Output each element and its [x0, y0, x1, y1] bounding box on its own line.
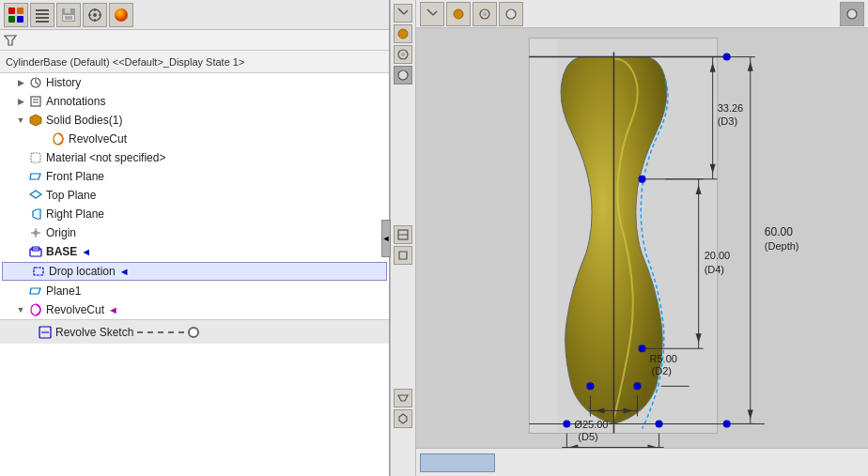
toolbar-btn-target[interactable]	[83, 3, 107, 27]
vp-btn-8[interactable]	[394, 409, 412, 428]
solid-bodies-label: Solid Bodies(1)	[46, 114, 122, 127]
svg-point-55	[454, 9, 463, 19]
front-plane-icon	[28, 169, 43, 184]
vp-btn-2[interactable]	[394, 24, 412, 43]
svg-line-54	[433, 11, 437, 15]
svg-marker-52	[399, 414, 407, 423]
vp-btn-1[interactable]	[394, 4, 412, 23]
base-label: BASE	[46, 245, 77, 258]
tree-item-revolvecut[interactable]: ▼ RevolveCut ◄	[0, 300, 389, 319]
vp-toolbar-btn4[interactable]	[499, 2, 523, 26]
toolbar-btn-sphere[interactable]	[109, 3, 133, 27]
svg-marker-19	[5, 36, 16, 45]
vp-toolbar-btn3[interactable]	[473, 2, 497, 26]
revolvecut-arrow: ◄	[108, 304, 118, 315]
vp-bottom-box[interactable]	[420, 453, 495, 472]
svg-text:Ø25.00: Ø25.00	[574, 419, 608, 430]
tree-item-top-plane[interactable]: ▶ Top Plane	[0, 186, 389, 205]
svg-line-43	[404, 10, 408, 14]
material-label: Material <not specified>	[46, 151, 165, 164]
tree-item-solid-bodies[interactable]: ▼ Solid Bodies(1)	[0, 111, 389, 130]
svg-rect-11	[65, 16, 72, 20]
expand-history[interactable]: ▶	[15, 77, 26, 88]
tree-item-origin[interactable]: ▶ Origin	[0, 223, 389, 242]
svg-point-58	[506, 9, 516, 19]
tree-item-revolvecut-body[interactable]: ▶ RevolveCut	[0, 130, 389, 148]
svg-marker-30	[30, 191, 41, 198]
right-plane-icon	[28, 207, 43, 222]
svg-point-46	[401, 53, 405, 56]
drop-location-label: Drop location	[49, 265, 116, 278]
svg-rect-3	[17, 16, 23, 23]
revolve-sketch-label: Revolve Sketch	[55, 326, 133, 339]
vp-toolbar-btn5[interactable]	[840, 2, 864, 26]
tree-item-material[interactable]: ▶ Material <not specified>	[0, 148, 389, 167]
svg-line-42	[398, 8, 404, 14]
svg-text:(D5): (D5)	[578, 431, 597, 442]
expand-solid-bodies[interactable]: ▼	[15, 115, 26, 126]
middle-toolbar	[390, 0, 416, 476]
tree-item-front-plane[interactable]: ▶ Front Plane	[0, 167, 389, 186]
vp-toolbar-btn1[interactable]	[420, 2, 444, 26]
svg-point-94	[633, 382, 641, 390]
tree-item-right-plane[interactable]: ▶ Right Plane	[0, 205, 389, 223]
tree-item-history[interactable]: ▶ History	[0, 73, 389, 92]
tree-item-base[interactable]: ▶ BASE ◄	[0, 242, 389, 261]
history-icon	[28, 75, 43, 90]
svg-line-53	[427, 9, 433, 15]
right-plane-label: Right Plane	[46, 207, 104, 221]
tree-item-drop-location[interactable]: ▶ Drop location ◄	[2, 262, 387, 281]
filter-bar	[0, 30, 389, 51]
toolbar-btn-menu[interactable]	[30, 3, 54, 27]
expand-revolvecut[interactable]: ▼	[15, 304, 26, 315]
base-icon	[28, 244, 43, 259]
model-canvas: 60.00 (Depth) 33.26 (D3) 20.00 (D4)	[416, 28, 868, 448]
svg-rect-1	[17, 8, 23, 14]
tree-item-annotations[interactable]: ▶ Annotations	[0, 92, 389, 111]
svg-rect-0	[8, 8, 15, 14]
toolbar-btn-logo[interactable]	[4, 3, 28, 27]
vp-btn-6[interactable]	[394, 246, 412, 265]
vp-btn-4[interactable]	[394, 66, 412, 84]
svg-point-13	[93, 13, 97, 17]
svg-text:(D2): (D2)	[652, 365, 672, 376]
svg-text:33.26: 33.26	[718, 102, 744, 114]
dashed-connector	[137, 331, 184, 333]
svg-point-102	[563, 420, 570, 427]
vp-btn-7[interactable]	[394, 389, 412, 407]
front-plane-label: Front Plane	[46, 170, 104, 183]
svg-marker-29	[30, 174, 40, 179]
origin-icon	[28, 225, 43, 240]
vp-btn-5[interactable]	[394, 225, 412, 244]
svg-text:60.00: 60.00	[765, 225, 793, 238]
tree-item-plane1[interactable]: ▶ Plane1	[0, 282, 389, 300]
toolbar-btn-save[interactable]	[56, 3, 81, 27]
svg-marker-50	[399, 252, 407, 259]
svg-point-88	[638, 176, 645, 183]
drop-location-arrow: ◄	[119, 266, 130, 277]
plane1-icon	[28, 284, 43, 299]
document-title: CylinderBase (Default) <<Default>_Displa…	[6, 56, 244, 68]
origin-label: Origin	[46, 226, 76, 239]
svg-marker-51	[398, 395, 408, 401]
sketch-circle-end	[188, 327, 199, 338]
model-svg: 60.00 (Depth) 33.26 (D3) 20.00 (D4)	[416, 28, 868, 448]
svg-point-89	[638, 345, 645, 352]
top-plane-icon	[28, 188, 43, 203]
svg-marker-31	[33, 209, 40, 219]
annotations-label: Annotations	[46, 95, 105, 108]
vp-bottom-bar	[416, 448, 868, 476]
svg-point-73	[723, 420, 731, 427]
svg-point-18	[115, 8, 128, 22]
vp-toolbar-btn2[interactable]	[446, 2, 471, 26]
svg-point-59	[847, 9, 857, 19]
svg-point-47	[398, 70, 408, 80]
vp-btn-3[interactable]	[394, 45, 412, 64]
revolve-sketch-row[interactable]: Revolve Sketch	[0, 319, 389, 344]
tree-area[interactable]: ▶ History ▶ Annotations ▼ Solid Bodies(1…	[0, 73, 389, 476]
svg-line-22	[36, 83, 39, 84]
svg-rect-6	[36, 17, 49, 19]
vp-toolbar	[416, 0, 868, 28]
expand-annotations[interactable]: ▶	[15, 96, 26, 107]
collapse-button[interactable]: ◄	[381, 220, 391, 257]
